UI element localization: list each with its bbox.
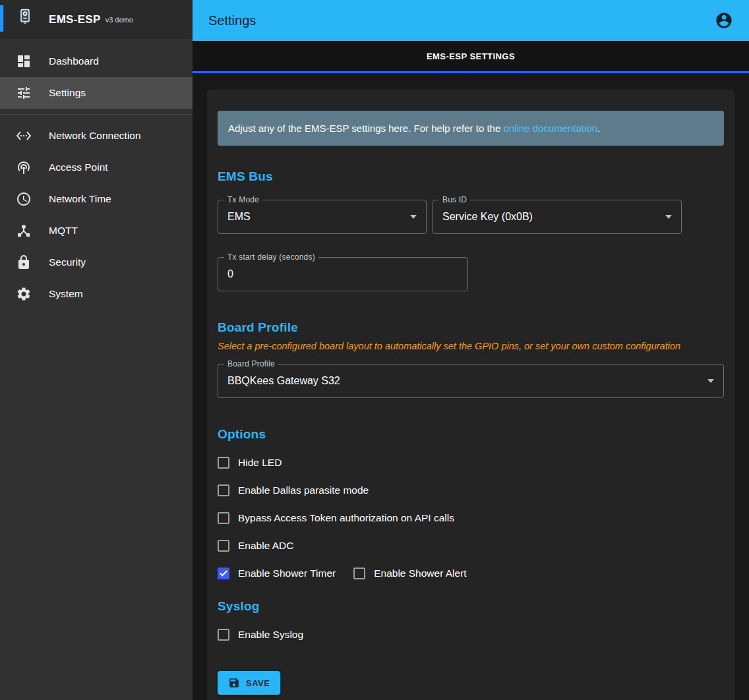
checkbox-label: Enable Shower Timer	[238, 568, 336, 579]
banner-text: Adjust any of the EMS-ESP settings here.…	[228, 123, 503, 134]
sidebar-item-network-time[interactable]: Network Time	[0, 183, 193, 215]
checkbox-box[interactable]	[218, 540, 229, 552]
sidebar-item-label: Access Point	[49, 161, 108, 173]
sidebar-item-label: Security	[49, 256, 86, 268]
checkbox-label: Hide LED	[238, 457, 282, 469]
ethernet-settings-icon	[16, 128, 32, 144]
lock-icon	[16, 254, 32, 270]
clock-icon	[16, 191, 32, 207]
checkbox-hide-led[interactable]: Hide LED	[218, 457, 282, 469]
banner-text-after: .	[597, 123, 600, 134]
app-title: EMS-ESP	[49, 13, 101, 26]
info-banner: Adjust any of the EMS-ESP settings here.…	[218, 111, 724, 146]
checkbox-enable-adc[interactable]: Enable ADC	[218, 540, 293, 552]
sidebar-item-dashboard[interactable]: Dashboard	[0, 45, 193, 77]
checkbox-box[interactable]	[218, 568, 229, 579]
section-heading-board-profile: Board Profile	[218, 320, 724, 335]
sidebar-item-access-point[interactable]: Access Point	[0, 152, 193, 183]
sidebar-item-label: Network Connection	[49, 130, 141, 142]
checkbox-row: Enable Dallas parasite mode	[218, 477, 724, 504]
sidebar-header: EMS-ESP v3 demo	[0, 0, 193, 40]
tx-start-delay-input[interactable]: Tx start delay (seconds) 0	[218, 257, 468, 291]
online-documentation-link[interactable]: online documentation	[503, 123, 597, 134]
save-icon	[228, 677, 240, 689]
page-title: Settings	[208, 13, 256, 28]
sidebar-item-label: Network Time	[49, 193, 111, 205]
bus-id-select[interactable]: Bus ID Service Key (0x0B)	[433, 200, 682, 234]
checkbox-box[interactable]	[353, 568, 365, 579]
ems-esp-logo-icon	[17, 9, 37, 31]
chevron-down-icon	[707, 379, 714, 383]
bus-id-label: Bus ID	[439, 195, 470, 204]
sidebar-item-label: MQTT	[49, 225, 78, 237]
board-profile-select[interactable]: Board Profile BBQKees Gateway S32	[218, 364, 724, 398]
checkbox-label: Enable Dallas parasite mode	[238, 484, 369, 496]
checkbox-row: Bypass Access Token authorization on API…	[218, 504, 724, 532]
checkbox-shower-alert[interactable]: Enable Shower Alert	[353, 568, 466, 579]
edge-accent-decoration	[0, 5, 3, 32]
sidebar-item-label: Settings	[49, 87, 86, 99]
sidebar-item-mqtt[interactable]: MQTT	[0, 215, 193, 247]
syslog-checkbox-list: Enable Syslog	[218, 621, 724, 649]
sidebar-nav: Dashboard Settings Network Connection Ac…	[0, 40, 193, 310]
sidebar-item-network-connection[interactable]: Network Connection	[0, 120, 193, 152]
checkbox-label: Enable Shower Alert	[374, 568, 466, 579]
board-profile-label: Board Profile	[224, 359, 278, 368]
tune-icon	[16, 85, 32, 101]
account-button[interactable]	[713, 10, 734, 31]
ems-bus-fields-row: Tx Mode EMS Bus ID Service Key (0x0B)	[218, 200, 724, 234]
section-heading-syslog: Syslog	[218, 599, 724, 614]
checkbox-label: Enable ADC	[238, 540, 293, 552]
chevron-down-icon	[410, 215, 417, 219]
checkbox-dallas-parasite[interactable]: Enable Dallas parasite mode	[218, 484, 369, 496]
checkbox-shower-timer[interactable]: Enable Shower Timer	[218, 568, 336, 579]
checkbox-row: Enable Syslog	[218, 621, 724, 649]
content-area: Adjust any of the EMS-ESP settings here.…	[193, 73, 749, 700]
gear-icon	[16, 286, 32, 302]
section-heading-options: Options	[218, 427, 724, 442]
checkbox-label: Bypass Access Token authorization on API…	[238, 512, 454, 524]
app-version: v3 demo	[105, 16, 133, 24]
section-heading-ems-bus: EMS Bus	[218, 169, 724, 184]
save-button[interactable]: SAVE	[218, 671, 280, 695]
sidebar-divider	[0, 114, 193, 115]
sidebar: EMS-ESP v3 demo Dashboard Settings Netwo…	[0, 0, 193, 700]
options-checkbox-list: Hide LED Enable Dallas parasite mode Byp…	[218, 449, 724, 587]
checkbox-bypass-token[interactable]: Bypass Access Token authorization on API…	[218, 512, 454, 524]
board-profile-hint: Select a pre-configured board layout to …	[218, 341, 724, 351]
tx-start-delay-label: Tx start delay (seconds)	[224, 252, 318, 262]
checkbox-box[interactable]	[218, 629, 229, 641]
sidebar-item-settings[interactable]: Settings	[0, 77, 193, 109]
checkbox-box[interactable]	[218, 512, 229, 524]
main-area: Settings EMS-ESP SETTINGS Adjust any of …	[193, 0, 749, 700]
device-hub-icon	[16, 223, 32, 239]
save-button-label: SAVE	[246, 678, 270, 688]
tab-ems-esp-settings[interactable]: EMS-ESP SETTINGS	[427, 51, 515, 61]
wifi-tethering-icon	[16, 160, 32, 175]
bus-id-value: Service Key (0x0B)	[442, 211, 533, 223]
tx-mode-label: Tx Mode	[224, 195, 262, 204]
checkbox-row: Enable ADC	[218, 532, 724, 560]
checkbox-box[interactable]	[218, 457, 229, 469]
appbar: Settings	[193, 0, 749, 41]
tab-bar: EMS-ESP SETTINGS	[193, 41, 749, 71]
settings-card: Adjust any of the EMS-ESP settings here.…	[207, 90, 734, 700]
sidebar-item-system[interactable]: System	[0, 278, 193, 310]
board-profile-value: BBQKees Gateway S32	[227, 375, 340, 387]
checkbox-enable-syslog[interactable]: Enable Syslog	[218, 629, 303, 641]
checkbox-box[interactable]	[218, 484, 229, 496]
chevron-down-icon	[665, 215, 672, 219]
tx-start-delay-value: 0	[227, 268, 233, 280]
checkbox-row: Hide LED	[218, 449, 724, 477]
tx-mode-select[interactable]: Tx Mode EMS	[218, 200, 427, 234]
checkbox-row: Enable Shower Timer Enable Shower Alert	[218, 560, 724, 587]
account-circle-icon	[715, 11, 733, 30]
tx-mode-value: EMS	[227, 211, 251, 223]
sidebar-item-label: Dashboard	[49, 55, 99, 67]
checkbox-label: Enable Syslog	[238, 629, 303, 641]
sidebar-item-label: System	[49, 288, 83, 300]
dashboard-icon	[16, 53, 32, 69]
sidebar-item-security[interactable]: Security	[0, 247, 193, 278]
